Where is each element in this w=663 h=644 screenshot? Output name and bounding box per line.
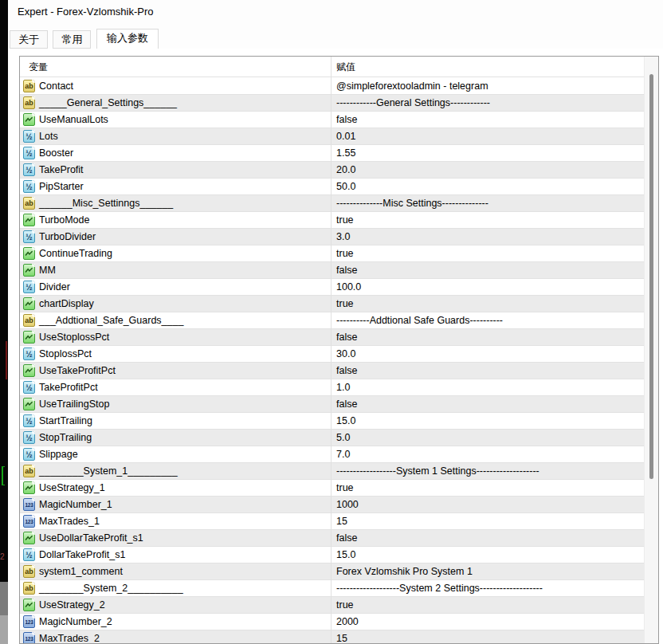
double-type-icon: ½	[23, 348, 35, 360]
parameter-value[interactable]: false	[336, 112, 357, 128]
bool-type-icon	[23, 398, 35, 410]
table-row[interactable]: ½ Booster 1.55	[20, 145, 644, 162]
table-row[interactable]: ab Contact @simpleforextooladmin - teleg…	[20, 78, 644, 95]
table-row[interactable]: UseStrategy_1 true	[20, 480, 644, 497]
parameter-value[interactable]: 1000	[336, 497, 359, 512]
parameter-value[interactable]: 15.0	[336, 547, 355, 563]
parameter-value[interactable]: 5.0	[336, 430, 350, 446]
table-row[interactable]: ½ TurboDivider 3.0	[20, 229, 644, 245]
parameter-name: TakeProfit	[39, 162, 84, 178]
parameter-value[interactable]: 2000	[336, 614, 359, 630]
dialog-title: Expert - Forex-Vzlomshik-Pro	[18, 6, 153, 18]
double-type-icon: ½	[23, 381, 35, 394]
table-row[interactable]: UseStrategy_2 true	[20, 597, 644, 614]
parameter-name: Booster	[39, 145, 73, 161]
parameter-value[interactable]: true	[336, 212, 354, 228]
table-row[interactable]: ½ TakeProfitPct 1.0	[20, 379, 644, 396]
parameter-value[interactable]: false	[336, 530, 357, 546]
parameter-value[interactable]: 0.01	[336, 128, 355, 144]
parameter-name: system1_comment	[39, 564, 123, 579]
parameter-value[interactable]: -------------------System 2 Settings----…	[336, 580, 543, 596]
table-row[interactable]: ½ Lots 0.01	[20, 128, 644, 145]
table-row[interactable]: ½ Slippage 7.0	[20, 446, 644, 463]
table-row[interactable]: ½ Divider 100.0	[20, 279, 644, 296]
parameter-name: MM	[39, 262, 56, 278]
table-row[interactable]: ab ______Misc_Settinngs______ ----------…	[20, 195, 644, 212]
bool-type-icon	[23, 481, 35, 494]
table-row[interactable]: ContinueTrading true	[20, 245, 644, 262]
parameter-value[interactable]: false	[336, 396, 357, 412]
parameter-value[interactable]: ----------Addtional Safe Guards---------…	[336, 312, 503, 328]
table-rows-container: ab Contact @simpleforextooladmin - teleg…	[20, 78, 644, 643]
parameter-name: ContinueTrading	[39, 245, 112, 261]
parameter-value[interactable]: false	[336, 262, 357, 278]
table-row[interactable]: ½ PipStarter 50.0	[20, 179, 644, 195]
parameter-value[interactable]: 15	[336, 630, 347, 644]
parameter-value[interactable]: true	[336, 296, 354, 312]
parameter-name: StopTrailing	[39, 430, 92, 446]
parameter-value[interactable]: @simpleforextooladmin - telegram	[336, 78, 488, 94]
parameter-value[interactable]: 3.0	[336, 229, 350, 245]
parameter-value[interactable]: ------------------System 1 Settings-----…	[336, 463, 539, 479]
parameter-value[interactable]: 20.0	[336, 162, 355, 178]
table-row[interactable]: chartDisplay true	[20, 296, 644, 312]
table-row[interactable]: MM false	[20, 262, 644, 279]
inputs-tab-page: 变量 赋值 ab Contact @simpleforextooladmin -…	[8, 49, 663, 644]
parameter-name: Slippage	[39, 446, 78, 462]
table-row[interactable]: ab ________System_1_________ -----------…	[20, 463, 644, 480]
tab-inputs[interactable]: 输入参数	[96, 29, 159, 49]
table-row[interactable]: ab ___Addtional_Safe_Guards____ --------…	[20, 312, 644, 329]
parameter-value[interactable]: ------------General Settings------------	[336, 95, 490, 111]
table-row[interactable]: TurboMode true	[20, 212, 644, 229]
table-row[interactable]: UseTakeProfitPct false	[20, 363, 644, 379]
parameter-value[interactable]: false	[336, 363, 357, 379]
tab-about[interactable]: 关于	[10, 30, 48, 49]
parameter-value[interactable]: 1.0	[336, 379, 350, 395]
parameter-value[interactable]: Forex Vzlomshik Pro System 1	[336, 564, 473, 579]
table-row[interactable]: 123 MaxTrades_2 15	[20, 630, 644, 644]
parameter-value[interactable]: 15	[336, 513, 347, 529]
string-type-icon: ab	[23, 96, 35, 109]
parameter-value[interactable]: false	[336, 329, 357, 345]
parameter-name: UseTrailingStop	[39, 396, 109, 412]
table-row[interactable]: ½ TakeProfit 20.0	[20, 162, 644, 179]
parameter-value[interactable]: true	[336, 597, 354, 613]
bool-type-icon	[23, 113, 35, 126]
parameter-name: ______Misc_Settinngs______	[39, 195, 173, 211]
table-row[interactable]: UseDollarTakeProfit_s1 false	[20, 530, 644, 547]
table-row[interactable]: ab ________System_2__________ ----------…	[20, 580, 644, 597]
parameter-value[interactable]: true	[336, 480, 354, 496]
parameter-value[interactable]: --------------Misc Settings-------------…	[336, 195, 488, 211]
table-row[interactable]: UseStoplossPct false	[20, 329, 644, 346]
table-row[interactable]: 123 MagicNumber_1 1000	[20, 497, 644, 513]
parameter-value[interactable]: 30.0	[336, 346, 355, 362]
table-row[interactable]: ½ StartTrailing 15.0	[20, 413, 644, 430]
parameter-value[interactable]: 1.55	[336, 145, 355, 161]
parameter-value[interactable]: true	[336, 245, 354, 261]
parameter-value[interactable]: 15.0	[336, 413, 355, 429]
parameter-value[interactable]: 100.0	[336, 279, 361, 295]
column-resize-divider[interactable]	[331, 57, 332, 643]
scrollbar-thumb[interactable]	[649, 74, 653, 479]
parameter-value[interactable]: 7.0	[336, 446, 350, 462]
double-type-icon: ½	[23, 230, 35, 243]
parameter-name: ________System_1_________	[39, 463, 178, 479]
double-type-icon: ½	[23, 431, 35, 444]
table-row[interactable]: ab _____General_Settings______ ---------…	[20, 95, 644, 112]
table-row[interactable]: ½ DollarTakeProfit_s1 15.0	[20, 547, 644, 564]
table-row[interactable]: 123 MaxTrades_1 15	[20, 513, 644, 530]
dialog-titlebar[interactable]: Expert - Forex-Vzlomshik-Pro	[8, 0, 663, 24]
table-row[interactable]: ab system1_comment Forex Vzlomshik Pro S…	[20, 564, 644, 580]
table-row[interactable]: 123 MagicNumber_2 2000	[20, 614, 644, 630]
table-row[interactable]: ½ StopTrailing 5.0	[20, 430, 644, 446]
table-row[interactable]: UseTrailingStop false	[20, 396, 644, 413]
tab-common[interactable]: 常用	[53, 30, 91, 49]
chart-panel-fragment	[0, 582, 8, 615]
double-type-icon: ½	[23, 163, 35, 176]
table-row[interactable]: UseManualLots false	[20, 112, 644, 128]
table-row[interactable]: ½ StoplossPct 30.0	[20, 346, 644, 363]
parameter-value[interactable]: 50.0	[336, 179, 355, 194]
vertical-scrollbar[interactable]	[644, 57, 658, 643]
tab-bar: 关于 常用 输入参数	[10, 29, 160, 49]
double-type-icon: ½	[23, 448, 35, 461]
